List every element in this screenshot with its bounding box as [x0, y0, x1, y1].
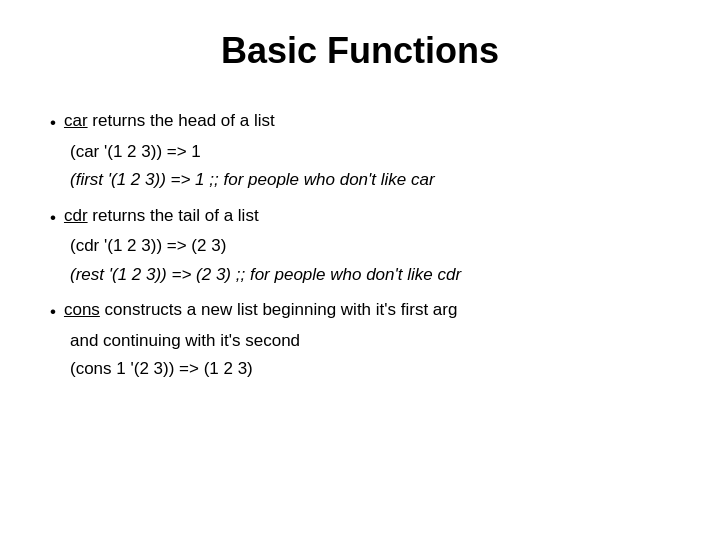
cdr-example-1: (cdr '(1 2 3)) => (2 3) — [50, 233, 670, 259]
car-description: returns the head of a list — [88, 111, 275, 130]
bullet-text-cdr: cdr returns the tail of a list — [64, 203, 670, 229]
slide-title: Basic Functions — [50, 30, 670, 80]
content-area: • car returns the head of a list (car '(… — [50, 108, 670, 382]
keyword-cons: cons — [64, 300, 100, 319]
car-example-2: (first '(1 2 3)) => 1 ;; for people who … — [50, 167, 670, 193]
cdr-example-2: (rest '(1 2 3)) => (2 3) ;; for people w… — [50, 262, 670, 288]
bullet-item-cdr: • cdr returns the tail of a list (cdr '(… — [50, 203, 670, 288]
slide: Basic Functions • car returns the head o… — [0, 0, 720, 540]
bullet-item-car: • car returns the head of a list (car '(… — [50, 108, 670, 193]
bullet-item-cons: • cons constructs a new list beginning w… — [50, 297, 670, 382]
cons-example: (cons 1 '(2 3)) => (1 2 3) — [50, 356, 670, 382]
bullet-text-cons: cons constructs a new list beginning wit… — [64, 297, 670, 323]
bullet-row-car: • car returns the head of a list — [50, 108, 670, 136]
cons-description: constructs a new list beginning with it'… — [100, 300, 458, 319]
cdr-description: returns the tail of a list — [88, 206, 259, 225]
bullet-row-cdr: • cdr returns the tail of a list — [50, 203, 670, 231]
keyword-car: car — [64, 111, 88, 130]
bullet-dot-2: • — [50, 205, 56, 231]
bullet-text-car: car returns the head of a list — [64, 108, 670, 134]
bullet-row-cons: • cons constructs a new list beginning w… — [50, 297, 670, 325]
cons-line2: and continuing with it's second — [50, 328, 670, 354]
keyword-cdr: cdr — [64, 206, 88, 225]
bullet-dot-3: • — [50, 299, 56, 325]
bullet-dot-1: • — [50, 110, 56, 136]
car-example-1: (car '(1 2 3)) => 1 — [50, 139, 670, 165]
